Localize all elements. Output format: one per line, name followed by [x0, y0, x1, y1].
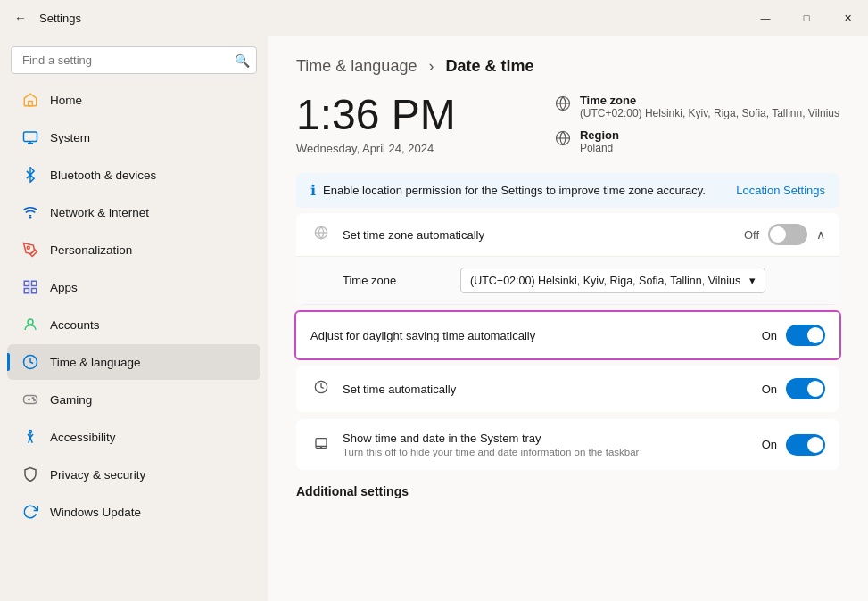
dropdown-chevron-icon: ▾	[749, 274, 756, 287]
collapse-button[interactable]: ∧	[816, 227, 825, 242]
sidebar-item-network-label: Network & internet	[50, 206, 149, 219]
system-icon	[21, 128, 39, 146]
breadcrumb-current: Date & time	[445, 57, 533, 75]
auto-timezone-state: Off	[744, 228, 759, 242]
auto-timezone-label: Set time zone automatically	[343, 228, 733, 242]
time-section: 1:36 PM Wednesday, April 24, 2024 Time z…	[296, 94, 839, 155]
titlebar: ← Settings — □ ✕	[0, 0, 868, 36]
sidebar-item-accounts[interactable]: Accounts	[7, 307, 260, 342]
svg-point-5	[27, 246, 29, 249]
clock-display: 1:36 PM Wednesday, April 24, 2024	[296, 94, 456, 155]
daylight-saving-toggle[interactable]	[786, 325, 825, 346]
sidebar-item-update[interactable]: Windows Update	[7, 494, 260, 530]
update-icon	[21, 503, 39, 521]
bluetooth-icon	[21, 166, 39, 184]
svg-point-4	[29, 217, 31, 218]
timezone-value: (UTC+02:00) Helsinki, Kyiv, Riga, Sofia,…	[580, 107, 839, 119]
set-time-card: Set time automatically On	[296, 366, 839, 412]
info-banner-left: ℹ Enable location permission for the Set…	[310, 182, 706, 199]
network-icon	[21, 203, 39, 221]
back-button[interactable]: ←	[11, 7, 30, 29]
daylight-saving-row: Adjust for daylight saving time automati…	[296, 312, 839, 358]
system-tray-toggle[interactable]	[786, 434, 825, 456]
sidebar-item-personalization-label: Personalization	[50, 243, 132, 257]
sidebar-item-home[interactable]: Home	[7, 82, 260, 118]
svg-point-17	[29, 431, 32, 433]
svg-point-10	[28, 319, 33, 325]
system-tray-card: Show time and date in the System tray Tu…	[296, 419, 839, 470]
time-icon	[21, 353, 39, 371]
search-input[interactable]	[11, 46, 257, 74]
sidebar-item-bluetooth[interactable]: Bluetooth & devices	[7, 157, 260, 193]
location-settings-link[interactable]: Location Settings	[736, 184, 825, 197]
toggle-thumb	[770, 226, 786, 243]
close-button[interactable]: ✕	[827, 4, 868, 32]
main-layout: 🔍 Home System Bluetooth & devices Netwo	[0, 36, 868, 601]
set-time-row: Set time automatically On	[296, 366, 839, 412]
system-tray-row: Show time and date in the System tray Tu…	[296, 419, 839, 470]
banner-text: Enable location permission for the Setti…	[323, 184, 706, 197]
clock-icon	[310, 380, 332, 398]
toggle-thumb	[807, 381, 823, 397]
auto-timezone-controls: Off ∧	[744, 224, 825, 245]
tray-icon	[310, 436, 332, 454]
content-area: Time & language › Date & time 1:36 PM We…	[268, 36, 868, 601]
set-time-state: On	[762, 383, 777, 396]
sidebar-item-system-label: System	[50, 131, 90, 144]
additional-settings-title: Additional settings	[296, 484, 839, 498]
search-icon[interactable]: 🔍	[235, 54, 250, 68]
region-value: Poland	[580, 142, 619, 154]
sidebar-item-accessibility-label: Accessibility	[50, 431, 116, 444]
daylight-saving-state: On	[762, 329, 777, 342]
timezone-dropdown[interactable]: (UTC+02:00) Helsinki, Kyiv, Riga, Sofia,…	[460, 268, 765, 293]
maximize-button[interactable]: □	[786, 4, 827, 32]
accounts-icon	[21, 316, 39, 333]
daylight-saving-controls: On	[762, 325, 825, 346]
sidebar-item-update-label: Windows Update	[50, 506, 141, 519]
sidebar-item-accessibility[interactable]: Accessibility	[7, 419, 260, 455]
system-tray-state: On	[762, 438, 777, 451]
sidebar-item-privacy[interactable]: Privacy & security	[7, 457, 260, 492]
set-time-toggle[interactable]	[786, 378, 825, 399]
sidebar-item-apps-label: Apps	[50, 281, 78, 294]
svg-rect-8	[24, 289, 29, 293]
svg-rect-9	[32, 289, 37, 293]
timezone-dropdown-value: (UTC+02:00) Helsinki, Kyiv, Riga, Sofia,…	[470, 275, 740, 287]
svg-rect-6	[24, 281, 29, 285]
sidebar-item-personalization[interactable]: Personalization	[7, 232, 260, 268]
breadcrumb-parent: Time & language	[296, 57, 417, 75]
sidebar-item-time[interactable]: Time & language	[7, 344, 260, 380]
info-banner: ℹ Enable location permission for the Set…	[296, 173, 839, 208]
sidebar-item-system[interactable]: System	[7, 119, 260, 155]
svg-point-15	[32, 398, 34, 399]
auto-timezone-toggle[interactable]	[768, 224, 807, 245]
svg-line-20	[30, 438, 32, 443]
timezone-region: Time zone (UTC+02:00) Helsinki, Kyiv, Ri…	[555, 94, 839, 154]
sidebar-item-network[interactable]: Network & internet	[7, 194, 260, 230]
region-info: Region Poland	[580, 128, 619, 154]
auto-timezone-card: Set time zone automatically Off ∧ Time z…	[296, 213, 839, 305]
system-tray-label: Show time and date in the System tray Tu…	[343, 432, 751, 457]
accessibility-icon	[21, 428, 39, 446]
personalization-icon	[21, 241, 39, 259]
system-tray-controls: On	[762, 434, 825, 456]
daylight-saving-label: Adjust for daylight saving time automati…	[310, 329, 751, 342]
auto-timezone-row: Set time zone automatically Off ∧	[296, 213, 839, 257]
sidebar-item-accounts-label: Accounts	[50, 318, 100, 332]
titlebar-left: ← Settings	[11, 7, 81, 29]
minimize-button[interactable]: —	[745, 4, 786, 32]
set-time-controls: On	[762, 378, 825, 399]
privacy-icon	[21, 465, 39, 483]
region-globe-icon	[555, 130, 571, 150]
search-container: 🔍	[11, 46, 257, 74]
timezone-globe-icon	[555, 95, 571, 115]
sidebar-item-privacy-label: Privacy & security	[50, 468, 145, 482]
timezone-row: Time zone (UTC+02:00) Helsinki, Kyiv, Ri…	[555, 94, 839, 119]
svg-rect-0	[29, 102, 33, 106]
sidebar-item-apps[interactable]: Apps	[7, 269, 260, 305]
svg-rect-7	[32, 281, 37, 285]
timezone-info: Time zone (UTC+02:00) Helsinki, Kyiv, Ri…	[580, 94, 839, 119]
sidebar-item-gaming[interactable]: Gaming	[7, 382, 260, 417]
gaming-icon	[21, 391, 39, 408]
toggle-thumb	[807, 437, 823, 453]
